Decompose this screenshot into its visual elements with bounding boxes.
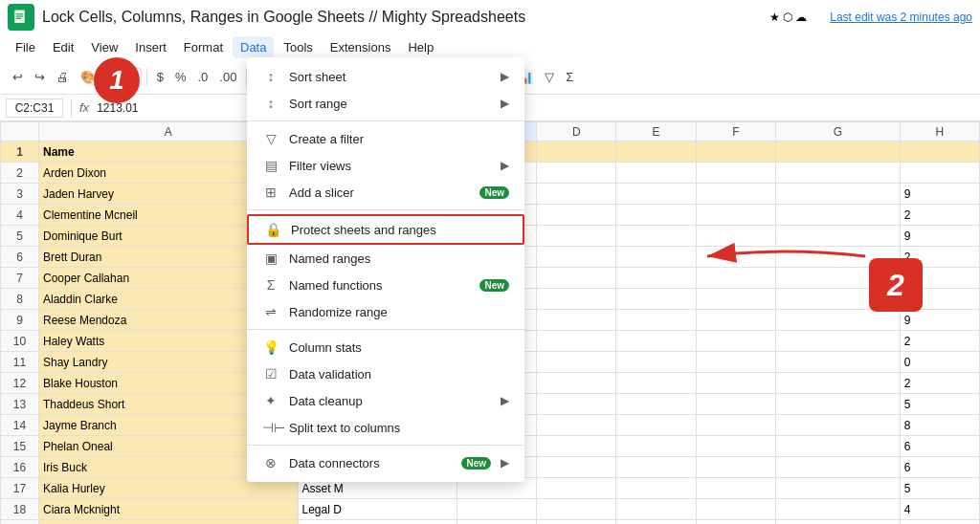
sheet-cell[interactable]	[696, 142, 775, 163]
sheet-cell[interactable]	[616, 373, 696, 394]
sheet-cell[interactable]	[616, 205, 696, 226]
sheet-cell[interactable]	[696, 184, 775, 205]
sheet-cell[interactable]	[537, 499, 616, 520]
sheet-cell[interactable]	[616, 520, 696, 525]
sheet-cell[interactable]	[537, 457, 616, 478]
sheet-cell[interactable]	[775, 478, 900, 499]
sheet-cell[interactable]: 2	[900, 205, 979, 226]
sheet-cell[interactable]	[616, 499, 696, 520]
sheet-cell[interactable]	[696, 163, 775, 184]
sheet-cell[interactable]	[616, 163, 696, 184]
sheet-cell[interactable]	[616, 415, 696, 436]
sheet-cell[interactable]	[696, 331, 775, 352]
sheet-cell[interactable]: 6	[900, 436, 979, 457]
menu-data[interactable]: Data	[233, 36, 274, 58]
print-button[interactable]: 🖨	[52, 67, 74, 87]
menu-item-sort-range[interactable]: ↕Sort range▶	[247, 90, 524, 117]
sheet-cell[interactable]	[696, 457, 775, 478]
sheet-cell[interactable]	[775, 184, 900, 205]
sheet-cell[interactable]	[616, 331, 696, 352]
undo-button[interactable]: ↩	[8, 67, 28, 87]
sheet-cell[interactable]	[696, 499, 775, 520]
menu-item-data-validation[interactable]: ☑Data validation	[247, 360, 524, 387]
sheet-cell[interactable]	[616, 289, 696, 310]
menu-insert[interactable]: Insert	[127, 36, 174, 58]
menu-format[interactable]: Format	[176, 36, 231, 58]
redo-button[interactable]: ↪	[30, 67, 50, 87]
sheet-cell[interactable]	[616, 268, 696, 289]
data-dropdown-menu[interactable]: ↕Sort sheet▶↕Sort range▶▽Create a filter…	[247, 57, 524, 482]
sheet-cell[interactable]	[775, 457, 900, 478]
sheet-cell[interactable]: Ciara Mcknight	[39, 499, 299, 520]
sheet-cell[interactable]: 1	[900, 520, 979, 525]
sheet-cell[interactable]	[696, 373, 775, 394]
sheet-cell[interactable]	[775, 499, 900, 520]
filter-button[interactable]: ▽	[540, 67, 559, 87]
sheet-cell[interactable]	[537, 247, 616, 268]
sheet-cell[interactable]	[537, 394, 616, 415]
sheet-cell[interactable]	[457, 520, 536, 525]
sheet-cell[interactable]: 0	[900, 352, 979, 373]
menu-edit[interactable]: Edit	[45, 36, 81, 58]
sheet-cell[interactable]	[775, 373, 900, 394]
sheet-cell[interactable]	[616, 394, 696, 415]
sheet-cell[interactable]	[616, 478, 696, 499]
sheet-cell[interactable]	[696, 394, 775, 415]
sheet-cell[interactable]	[616, 226, 696, 247]
sheet-cell[interactable]	[537, 310, 616, 331]
percent-button[interactable]: %	[170, 67, 191, 87]
menu-item-named-ranges[interactable]: ▣Named ranges	[247, 245, 524, 272]
sheet-cell[interactable]	[537, 520, 616, 525]
sheet-cell[interactable]: 6	[900, 457, 979, 478]
menu-tools[interactable]: Tools	[276, 36, 320, 58]
sheet-cell[interactable]	[696, 520, 775, 525]
menu-item-protect-sheets[interactable]: 🔒Protect sheets and ranges	[247, 214, 524, 245]
sheet-cell[interactable]	[900, 163, 979, 184]
menu-item-filter-views[interactable]: ▤Filter views▶	[247, 152, 524, 179]
sheet-cell[interactable]	[537, 226, 616, 247]
decimal-more-button[interactable]: .0	[193, 67, 213, 87]
sheet-cell[interactable]	[696, 289, 775, 310]
sheet-cell[interactable]: 5	[900, 478, 979, 499]
sheet-cell[interactable]	[616, 310, 696, 331]
menu-file[interactable]: File	[8, 36, 43, 58]
sheet-cell[interactable]: 2	[900, 373, 979, 394]
sheet-cell[interactable]	[537, 205, 616, 226]
sheet-cell[interactable]	[537, 436, 616, 457]
sheet-cell[interactable]	[696, 436, 775, 457]
menu-item-data-connectors[interactable]: ⊗Data connectorsNew▶	[247, 449, 524, 476]
col-header-h[interactable]: H	[900, 122, 979, 142]
sheet-cell[interactable]	[616, 184, 696, 205]
sheet-cell[interactable]: Custom	[298, 520, 457, 525]
sheet-cell[interactable]	[775, 163, 900, 184]
menu-item-randomize-range[interactable]: ⇌Randomize range	[247, 298, 524, 325]
sheet-cell[interactable]	[537, 289, 616, 310]
sheet-cell[interactable]	[775, 415, 900, 436]
currency-button[interactable]: $	[152, 67, 168, 87]
sheet-cell[interactable]	[775, 331, 900, 352]
sheet-cell[interactable]	[616, 247, 696, 268]
sheet-cell[interactable]	[775, 205, 900, 226]
sheet-cell[interactable]: 9	[900, 310, 979, 331]
sheet-cell[interactable]	[900, 142, 979, 163]
sheet-cell[interactable]	[775, 142, 900, 163]
sheet-cell[interactable]	[537, 478, 616, 499]
cell-reference[interactable]: C2:C31	[6, 98, 63, 118]
menu-item-add-slicer[interactable]: ⊞Add a slicerNew	[247, 179, 524, 206]
sheet-cell[interactable]	[616, 352, 696, 373]
sheet-cell[interactable]: Brielle Becker	[39, 520, 299, 525]
menu-item-data-cleanup[interactable]: ✦Data cleanup▶	[247, 387, 524, 414]
sheet-cell[interactable]	[537, 352, 616, 373]
sheet-cell[interactable]	[696, 478, 775, 499]
formula-value[interactable]: 1213.01	[97, 101, 974, 115]
sheet-cell[interactable]	[537, 268, 616, 289]
sheet-cell[interactable]	[537, 184, 616, 205]
sheet-cell[interactable]: 8	[900, 415, 979, 436]
menu-extensions[interactable]: Extensions	[323, 36, 399, 58]
sheet-cell[interactable]	[775, 394, 900, 415]
function-button[interactable]: Σ	[561, 67, 578, 87]
sheet-cell[interactable]	[537, 331, 616, 352]
sheet-cell[interactable]	[775, 520, 900, 525]
sheet-cell[interactable]: Legal D	[298, 499, 457, 520]
sheet-cell[interactable]	[775, 352, 900, 373]
